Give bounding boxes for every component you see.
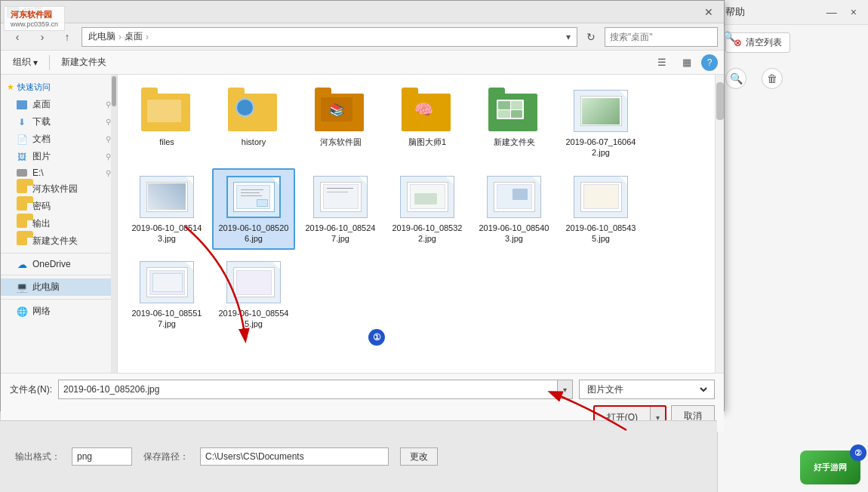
sidebar-item-thispc[interactable]: 💻 此电脑 xyxy=(1,278,117,296)
file-item-hedong[interactable]: 📚 河东软件圆 xyxy=(299,82,382,165)
newfolder2-icon xyxy=(487,88,541,134)
cancel-button-label: 取消 xyxy=(684,411,702,421)
watermark-url: www.pc0359.cn xyxy=(11,20,58,28)
file-item-brain[interactable]: 🧠 脑图大师1 xyxy=(386,82,469,165)
file-item-img8[interactable]: 2019-06-10_085517.jpg xyxy=(125,254,208,336)
sidebar-item-pics[interactable]: 🖼 图片 ⚲ xyxy=(1,148,117,165)
sidebar-desktop-label: 桌面 xyxy=(32,98,51,111)
sidebar-item-docs[interactable]: 📄 文档 ⚲ xyxy=(1,131,117,148)
sidebar-item-edrive[interactable]: E:\ ⚲ xyxy=(1,165,117,180)
new-folder-button[interactable]: 新建文件夹 xyxy=(55,54,112,72)
sidebar-thispc-label: 此电脑 xyxy=(32,281,60,294)
path-input[interactable] xyxy=(200,447,389,466)
file-grid-scrollbar[interactable] xyxy=(715,75,724,373)
update-path-label: 更改 xyxy=(410,451,428,462)
sidebar-item-network[interactable]: 🌐 网络 xyxy=(1,303,117,320)
sidebar-item-newfolder[interactable]: 新建文件夹 xyxy=(1,232,117,250)
sidebar-download-label: 下载 xyxy=(32,115,51,128)
organize-button[interactable]: 组织 ▾ xyxy=(7,54,44,72)
delete-icon-btn[interactable]: 🗑 xyxy=(762,68,783,89)
img2-icon xyxy=(140,174,194,220)
search-input[interactable] xyxy=(610,32,723,42)
sidebar-divider-2 xyxy=(1,275,117,275)
sidebar-item-hedong[interactable]: 河东软件园 xyxy=(1,180,117,198)
refresh-button[interactable]: ↻ xyxy=(581,27,601,47)
desktop-icon xyxy=(16,100,28,110)
dialog-help-button[interactable]: ? xyxy=(701,54,718,71)
dialog-nav-toolbar: ‹ › ↑ 此电脑 › 桌面 › ▾ ↻ 🔍 xyxy=(1,23,724,51)
sidebar-edrive-label: E:\ xyxy=(32,168,44,178)
history-folder-icon xyxy=(226,88,281,134)
file-item-img7[interactable]: 2019-06-10_085435.jpg xyxy=(559,168,642,251)
right-panel-header: 帮助 — × xyxy=(718,0,868,25)
right-panel-minimize-btn[interactable]: — xyxy=(823,5,841,20)
newfolder-icon xyxy=(16,236,28,247)
img2-name: 2019-06-10_085143.jpg xyxy=(130,223,204,244)
file-item-img3-selected[interactable]: 2019-06-10_085206.jpg xyxy=(212,168,295,251)
new-folder-label: 新建文件夹 xyxy=(61,56,106,69)
sidebar-onedrive-label: OneDrive xyxy=(32,259,71,269)
file-item-files[interactable]: files xyxy=(125,82,208,165)
view-toggle-btn[interactable]: ☰ xyxy=(651,54,673,72)
sidebar-scrollbar[interactable] xyxy=(111,75,117,373)
img8-name: 2019-06-10_085517.jpg xyxy=(130,308,204,330)
sidebar-item-password[interactable]: 密码 xyxy=(1,198,117,215)
hedong2-folder-name: 河东软件圆 xyxy=(320,137,362,147)
update-path-button[interactable]: 更改 xyxy=(400,447,438,466)
dialog-sidebar: ★ 快速访问 桌面 ⚲ ⬇ 下载 ⚲ 📄 文档 xyxy=(1,75,118,373)
filename-row: 文件名(N): ▾ 图片文件 xyxy=(10,380,715,399)
file-item-img4[interactable]: 2019-06-10_085247.jpg xyxy=(299,168,382,251)
sidebar-item-download[interactable]: ⬇ 下载 ⚲ xyxy=(1,113,117,131)
file-grid-inner: files history xyxy=(125,82,707,336)
file-item-img9[interactable]: 2019-06-10_085545.jpg xyxy=(212,254,295,336)
filetype-select[interactable]: 图片文件 xyxy=(584,383,709,395)
sidebar-network-label: 网络 xyxy=(32,305,51,318)
format-input[interactable] xyxy=(72,447,132,466)
pin3-icon: ⚲ xyxy=(106,135,111,143)
search-icon-btn[interactable]: 🔍 xyxy=(725,68,746,89)
search-submit-btn[interactable]: 🔍 xyxy=(723,31,735,42)
clear-list-label: 清空列表 xyxy=(746,36,782,49)
logo-circle-2: ② xyxy=(850,444,866,461)
file-item-img6[interactable]: 2019-06-10_085403.jpg xyxy=(472,168,556,251)
address-part-1: 此电脑 xyxy=(88,30,115,43)
filename-label: 文件名(N): xyxy=(10,383,52,396)
view-grid-btn[interactable]: ▦ xyxy=(676,54,697,72)
file-item-newfolder2[interactable]: 新建文件夹 xyxy=(472,82,556,165)
dialog-actionbar: 组织 ▾ 新建文件夹 ☰ ▦ ? xyxy=(1,51,724,75)
newfolder2-name: 新建文件夹 xyxy=(494,137,535,147)
filetype-select-wrapper: 图片文件 xyxy=(579,380,715,399)
file-grid-scrollbar-thumb xyxy=(716,82,724,120)
logo-text: 好手游网 xyxy=(814,462,847,472)
img9-name: 2019-06-10_085545.jpg xyxy=(217,308,291,330)
quick-access-label: 快速访问 xyxy=(17,81,51,93)
img6-name: 2019-06-10_085403.jpg xyxy=(477,223,551,244)
address-dropdown-btn[interactable]: ▾ xyxy=(566,32,571,42)
img7-name: 2019-06-10_085435.jpg xyxy=(564,223,638,244)
sidebar-item-onedrive[interactable]: ☁ OneDrive xyxy=(1,257,117,272)
file-item-img1[interactable]: 2019-06-07_160642.jpg xyxy=(559,82,642,165)
sidebar-quick-access[interactable]: ★ 快速访问 xyxy=(1,78,117,96)
sidebar-output-label: 输出 xyxy=(32,217,51,230)
img9-icon xyxy=(226,260,281,305)
address-bar[interactable]: 此电脑 › 桌面 › ▾ xyxy=(82,27,577,47)
sidebar-item-output[interactable]: 输出 xyxy=(1,215,117,232)
filename-dropdown-btn[interactable]: ▾ xyxy=(557,380,572,398)
right-panel-body: ⊗ 清空列表 🔍 🗑 xyxy=(718,25,868,100)
brain-folder-icon: 🧠 xyxy=(400,88,454,134)
sidebar-scrollbar-thumb xyxy=(112,76,116,106)
file-item-img2[interactable]: 2019-06-10_085143.jpg xyxy=(125,168,208,251)
quick-access-star-icon: ★ xyxy=(7,82,14,92)
file-item-history[interactable]: history xyxy=(212,82,295,165)
right-panel-close-btn[interactable]: × xyxy=(847,5,860,20)
pin2-icon: ⚲ xyxy=(106,118,111,126)
pics-icon: 🖼 xyxy=(16,152,28,162)
dialog-close-button[interactable]: ✕ xyxy=(700,3,718,21)
format-label: 输出格式： xyxy=(15,450,60,463)
sidebar-item-desktop[interactable]: 桌面 ⚲ xyxy=(1,96,117,113)
filename-input[interactable] xyxy=(59,384,557,395)
sidebar-hedong-label: 河东软件园 xyxy=(32,183,78,195)
file-item-img5[interactable]: 2019-06-10_085322.jpg xyxy=(386,168,469,251)
img6-icon xyxy=(487,174,541,220)
dialog-content: ★ 快速访问 桌面 ⚲ ⬇ 下载 ⚲ 📄 文档 xyxy=(1,75,724,373)
